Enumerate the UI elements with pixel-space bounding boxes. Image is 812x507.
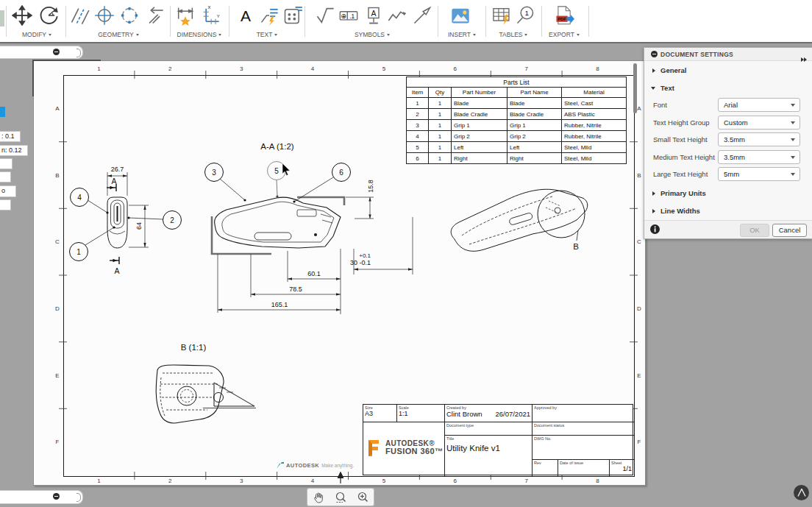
ok-button[interactable]: OK [740,224,769,237]
large-text-height-dropdown[interactable]: 5mm [718,167,800,181]
text-tool-icon[interactable]: A [235,5,256,26]
info-icon[interactable] [650,224,660,234]
dim-text[interactable]: 26.7 [111,166,124,173]
dimensions-menu[interactable]: DIMENSIONS [172,31,227,38]
drawing-sheet[interactable]: 12345678 12345678 ABCDEF ABCDEF [33,60,646,486]
panel-grip-icon [53,49,60,55]
clipped-field-1[interactable]: : 0.1 [0,131,21,142]
clipped-field-3[interactable] [0,158,13,169]
clipped-panel-header-top[interactable] [0,46,83,59]
dim-text[interactable]: 30 -0.1 [350,259,371,266]
insert-menu-label: INSERT [448,31,471,38]
dim-text[interactable]: 64 [135,222,143,230]
canvas-scrollbar[interactable] [633,63,637,113]
section-line-widths[interactable]: Line Widths [644,205,812,218]
dim-text[interactable]: 78.5 [289,286,302,293]
clipped-field-5[interactable]: o [0,185,16,197]
zoom-button[interactable] [354,490,371,504]
geometry-menu[interactable]: GEOMETRY [68,31,169,38]
small-value: 3.5mm [724,135,745,143]
autodesk-logo-icon [277,462,284,469]
edge-extend-icon[interactable] [144,5,165,26]
modify-menu[interactable]: MODIFY [9,31,65,38]
tables-menu[interactable]: TABLES [487,31,540,38]
view-front[interactable] [107,197,127,248]
symbols-menu[interactable]: SYMBOLS [309,31,435,38]
cancel-button[interactable]: Cancel [772,224,807,237]
section-view-title[interactable]: A-A (1:2) [260,142,294,151]
ordinate-dimension-icon[interactable]: X Y [200,5,221,26]
center-mark-icon[interactable] [94,5,115,26]
text-height-group-dropdown[interactable]: Custom [718,116,800,130]
panel-collapse-grip[interactable] [76,493,81,502]
svg-text:1: 1 [76,248,81,256]
clipped-field-6[interactable] [0,199,11,210]
medium-text-height-dropdown[interactable]: 3.5mm [718,150,800,164]
balloon-icon[interactable]: 1 [515,5,535,26]
clipped-tool-icon [0,10,4,26]
dim-text[interactable]: 165.1 [271,301,288,308]
panel-handle-icon[interactable] [651,51,658,57]
toolbar-group-export: PDF EXPORT [543,0,585,42]
export-pdf-icon[interactable]: PDF [554,5,574,26]
small-text-height-dropdown[interactable]: 3.5mm [718,132,800,146]
dropdown-caret [218,34,221,36]
export-menu[interactable]: EXPORT [543,31,585,38]
clipped-field-1-text: : 0.1 [1,132,15,140]
section-text[interactable]: Text [644,82,812,95]
view-detail-b[interactable] [156,365,256,423]
title-block[interactable]: SizeA3 Scale1:1 Created by Clint Brown 2… [363,404,633,475]
parts-list-row: 61RightRightSteel, Mild [407,153,627,164]
clipped-blue-button[interactable] [0,107,5,117]
dim-text[interactable]: 60.1 [307,270,321,277]
section-mark-letter: A [114,266,119,275]
clipped-field-4[interactable] [0,171,11,182]
svg-text:4: 4 [77,194,82,202]
rotate-icon[interactable] [38,5,59,26]
view-right[interactable] [451,189,588,251]
insert-menu[interactable]: INSERT [440,31,484,38]
detail-view-title[interactable]: B (1:1) [181,343,207,352]
move-icon[interactable] [12,5,32,26]
insert-image-icon[interactable] [450,5,471,26]
leader-text-icon[interactable] [259,5,279,26]
feature-control-frame-icon[interactable]: ⊕ .1 [338,5,359,26]
panel-collapse-grip[interactable] [76,49,81,57]
clipped-field-2[interactable]: n: 0.12 [0,145,28,156]
weld-symbol-icon[interactable] [387,5,407,26]
created-by-value: Clint Brown [446,410,482,418]
balloon-1[interactable]: 1 [70,226,115,260]
panel-header[interactable]: DOCUMENT SETTINGS [644,48,812,61]
pan-button[interactable] [310,490,327,504]
text-table-icon[interactable] [282,5,303,26]
dim-text[interactable]: +0.1 [359,252,371,259]
section-primary-units[interactable]: Primary Units [644,187,812,200]
zoom-window-button[interactable] [332,490,349,504]
parts-list-row: 51LeftLeftSteel, Mild [407,142,627,153]
symbols-menu-label: SYMBOLS [355,31,385,38]
parallel-lines-icon[interactable] [69,5,90,26]
datum-identifier-icon[interactable]: A [363,5,384,26]
collapse-panel-icon[interactable] [801,52,807,65]
titleblock-createdby-cell: Created by Clint Brown 26/07/2021 [445,405,533,422]
table-icon[interactable] [491,5,512,26]
font-dropdown[interactable]: Arial [718,98,800,112]
clipped-panel-header-bottom[interactable] [0,490,83,504]
thg-value: Custom [724,118,748,127]
titleblock-dwg-cell: DWG No. [533,436,634,460]
surface-finish-icon[interactable] [315,5,335,26]
balloon-4[interactable]: 4 [71,188,109,214]
titleblock-scale-cell: Scale1:1 [397,405,445,422]
autodesk-assistant-badge[interactable] [794,485,809,500]
section-general[interactable]: General [644,64,812,77]
dim-text[interactable]: 15.8 [367,180,374,193]
parts-list-table[interactable]: Parts List Item Qty Part Number Part Nam… [406,77,627,164]
sketch-circle-icon[interactable] [119,5,140,26]
taper-leader-icon[interactable] [412,5,432,26]
linear-dimension-icon[interactable] [175,5,196,26]
parts-list-row: 31Grip 1Grip 1Rubber, Nitrile [407,120,627,131]
detail-circle-b[interactable] [538,191,585,241]
view-section[interactable] [215,197,341,248]
balloon-3[interactable]: 3 [205,163,246,202]
text-menu[interactable]: TEXT [231,31,303,38]
